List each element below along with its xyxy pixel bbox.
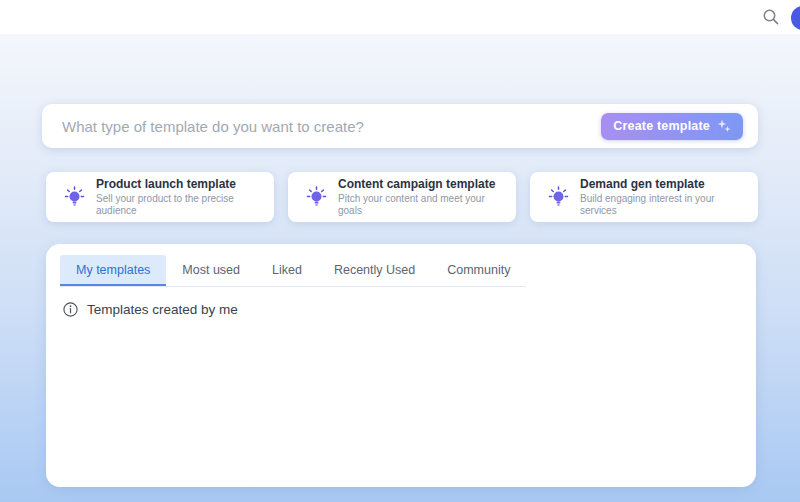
lightbulb-icon [306, 186, 327, 209]
templates-tabs: My templates Most used Liked Recently Us… [60, 255, 526, 287]
templates-panel: My templates Most used Liked Recently Us… [46, 244, 756, 487]
template-prompt-bar: Create template [42, 104, 758, 148]
search-icon[interactable] [762, 8, 780, 26]
tab-recently-used[interactable]: Recently Used [318, 255, 431, 286]
tab-liked[interactable]: Liked [256, 255, 318, 286]
topbar [0, 0, 800, 34]
suggestion-card-product-launch[interactable]: Product launch template Sell your produc… [46, 172, 274, 222]
avatar[interactable] [791, 6, 800, 30]
suggestion-title: Demand gen template [580, 177, 746, 191]
suggestion-cards: Product launch template Sell your produc… [46, 172, 758, 222]
tab-my-templates[interactable]: My templates [60, 255, 166, 286]
empty-state-row: Templates created by me [63, 302, 742, 317]
suggestion-subtitle: Sell your product to the precise audienc… [96, 193, 262, 217]
suggestion-card-content-campaign[interactable]: Content campaign template Pitch your con… [288, 172, 516, 222]
tab-community[interactable]: Community [431, 255, 526, 286]
lightbulb-icon [548, 186, 569, 209]
suggestion-title: Product launch template [96, 177, 262, 191]
create-template-label: Create template [613, 119, 710, 133]
info-circle-icon [63, 302, 78, 317]
suggestion-subtitle: Build engaging interest in your services [580, 193, 746, 217]
suggestion-title: Content campaign template [338, 177, 504, 191]
tab-most-used[interactable]: Most used [166, 255, 256, 286]
create-template-button[interactable]: Create template [601, 113, 743, 140]
template-prompt-input[interactable] [42, 104, 601, 148]
lightbulb-icon [64, 186, 85, 209]
suggestion-subtitle: Pitch your content and meet your goals [338, 193, 504, 217]
sparkles-icon [717, 119, 731, 133]
template-creator-page: Create template [0, 0, 800, 502]
suggestion-card-demand-gen[interactable]: Demand gen template Build engaging inter… [530, 172, 758, 222]
empty-state-message: Templates created by me [87, 302, 238, 317]
